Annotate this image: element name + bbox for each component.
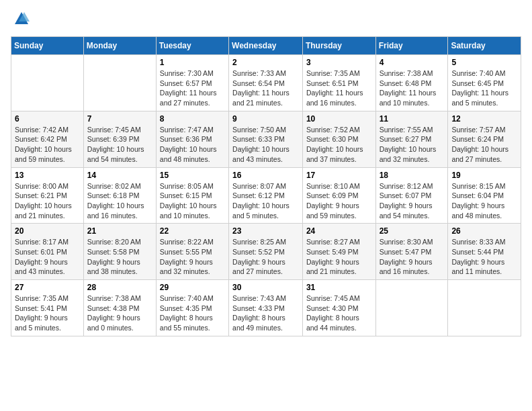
calendar-cell: 30Sunrise: 7:43 AM Sunset: 4:33 PM Dayli… xyxy=(229,280,303,336)
day-number: 21 xyxy=(87,226,152,236)
calendar-cell: 31Sunrise: 7:45 AM Sunset: 4:30 PM Dayli… xyxy=(302,280,375,336)
day-details: Sunrise: 8:10 AM Sunset: 6:09 PM Dayligh… xyxy=(306,181,372,221)
week-row-4: 20Sunrise: 8:17 AM Sunset: 6:01 PM Dayli… xyxy=(11,224,521,280)
calendar-body: 1Sunrise: 7:30 AM Sunset: 6:57 PM Daylig… xyxy=(11,55,521,336)
day-details: Sunrise: 7:42 AM Sunset: 6:42 PM Dayligh… xyxy=(15,125,80,165)
calendar-header: SundayMondayTuesdayWednesdayThursdayFrid… xyxy=(11,37,521,55)
calendar-cell: 18Sunrise: 8:12 AM Sunset: 6:07 PM Dayli… xyxy=(375,167,448,224)
calendar-cell xyxy=(375,280,448,336)
calendar-cell: 1Sunrise: 7:30 AM Sunset: 6:57 PM Daylig… xyxy=(156,55,228,111)
day-details: Sunrise: 7:55 AM Sunset: 6:27 PM Dayligh… xyxy=(380,125,445,165)
calendar-cell: 4Sunrise: 7:38 AM Sunset: 6:48 PM Daylig… xyxy=(375,55,448,111)
day-number: 17 xyxy=(306,171,372,180)
calendar-cell: 7Sunrise: 7:45 AM Sunset: 6:39 PM Daylig… xyxy=(83,111,156,167)
calendar-cell: 23Sunrise: 8:25 AM Sunset: 5:52 PM Dayli… xyxy=(229,224,303,280)
day-number: 29 xyxy=(160,283,225,292)
day-number: 28 xyxy=(87,283,152,292)
day-details: Sunrise: 7:57 AM Sunset: 6:24 PM Dayligh… xyxy=(451,125,517,165)
header-day-sunday: Sunday xyxy=(11,37,84,55)
logo-icon xyxy=(13,11,30,30)
day-details: Sunrise: 7:30 AM Sunset: 6:57 PM Dayligh… xyxy=(160,68,225,108)
calendar-cell: 28Sunrise: 7:38 AM Sunset: 4:38 PM Dayli… xyxy=(83,280,156,336)
day-details: Sunrise: 8:27 AM Sunset: 5:49 PM Dayligh… xyxy=(306,237,372,277)
day-details: Sunrise: 8:20 AM Sunset: 5:58 PM Dayligh… xyxy=(87,237,152,277)
calendar-cell xyxy=(448,280,521,336)
calendar-cell: 22Sunrise: 8:22 AM Sunset: 5:55 PM Dayli… xyxy=(156,224,228,280)
day-number: 4 xyxy=(380,58,445,67)
calendar-cell: 8Sunrise: 7:47 AM Sunset: 6:36 PM Daylig… xyxy=(156,111,228,167)
day-number: 12 xyxy=(451,114,517,124)
calendar-cell: 27Sunrise: 7:35 AM Sunset: 5:41 PM Dayli… xyxy=(11,280,84,336)
header-row: SundayMondayTuesdayWednesdayThursdayFrid… xyxy=(11,37,521,55)
day-details: Sunrise: 7:47 AM Sunset: 6:36 PM Dayligh… xyxy=(160,125,225,165)
day-number: 15 xyxy=(160,171,225,180)
day-number: 26 xyxy=(451,226,517,236)
calendar-cell: 19Sunrise: 8:15 AM Sunset: 6:04 PM Dayli… xyxy=(448,167,521,224)
week-row-5: 27Sunrise: 7:35 AM Sunset: 5:41 PM Dayli… xyxy=(11,280,521,336)
day-number: 3 xyxy=(306,58,372,67)
calendar-cell: 24Sunrise: 8:27 AM Sunset: 5:49 PM Dayli… xyxy=(302,224,375,280)
calendar-cell: 12Sunrise: 7:57 AM Sunset: 6:24 PM Dayli… xyxy=(448,111,521,167)
day-number: 18 xyxy=(380,171,445,180)
calendar-cell: 25Sunrise: 8:30 AM Sunset: 5:47 PM Dayli… xyxy=(375,224,448,280)
calendar-cell: 26Sunrise: 8:33 AM Sunset: 5:44 PM Dayli… xyxy=(448,224,521,280)
day-number: 30 xyxy=(232,283,299,292)
day-details: Sunrise: 7:40 AM Sunset: 4:35 PM Dayligh… xyxy=(160,293,225,333)
calendar-cell: 13Sunrise: 8:00 AM Sunset: 6:21 PM Dayli… xyxy=(11,167,84,224)
calendar-cell xyxy=(83,55,156,111)
week-row-1: 1Sunrise: 7:30 AM Sunset: 6:57 PM Daylig… xyxy=(11,55,521,111)
day-number: 31 xyxy=(306,283,372,292)
day-number: 9 xyxy=(232,114,299,124)
calendar-cell: 17Sunrise: 8:10 AM Sunset: 6:09 PM Dayli… xyxy=(302,167,375,224)
week-row-3: 13Sunrise: 8:00 AM Sunset: 6:21 PM Dayli… xyxy=(11,167,521,224)
day-details: Sunrise: 7:52 AM Sunset: 6:30 PM Dayligh… xyxy=(306,125,372,165)
day-details: Sunrise: 8:15 AM Sunset: 6:04 PM Dayligh… xyxy=(451,181,517,221)
day-details: Sunrise: 8:33 AM Sunset: 5:44 PM Dayligh… xyxy=(451,237,517,277)
calendar-cell: 29Sunrise: 7:40 AM Sunset: 4:35 PM Dayli… xyxy=(156,280,228,336)
calendar-cell: 14Sunrise: 8:02 AM Sunset: 6:18 PM Dayli… xyxy=(83,167,156,224)
day-details: Sunrise: 7:38 AM Sunset: 6:48 PM Dayligh… xyxy=(380,68,445,108)
calendar-cell: 6Sunrise: 7:42 AM Sunset: 6:42 PM Daylig… xyxy=(11,111,84,167)
calendar-cell: 20Sunrise: 8:17 AM Sunset: 6:01 PM Dayli… xyxy=(11,224,84,280)
header-day-monday: Monday xyxy=(83,37,156,55)
day-number: 27 xyxy=(15,283,80,292)
day-details: Sunrise: 7:40 AM Sunset: 6:45 PM Dayligh… xyxy=(451,68,517,108)
day-number: 1 xyxy=(160,58,225,67)
day-number: 22 xyxy=(160,226,225,236)
day-number: 16 xyxy=(232,171,299,180)
day-number: 8 xyxy=(160,114,225,124)
calendar-cell xyxy=(11,55,84,111)
header-day-wednesday: Wednesday xyxy=(229,37,303,55)
day-number: 20 xyxy=(15,226,80,236)
day-number: 19 xyxy=(451,171,517,180)
day-details: Sunrise: 7:45 AM Sunset: 4:30 PM Dayligh… xyxy=(306,293,372,333)
day-details: Sunrise: 7:33 AM Sunset: 6:54 PM Dayligh… xyxy=(232,68,299,108)
calendar-cell: 5Sunrise: 7:40 AM Sunset: 6:45 PM Daylig… xyxy=(448,55,521,111)
calendar-cell: 9Sunrise: 7:50 AM Sunset: 6:33 PM Daylig… xyxy=(229,111,303,167)
calendar-cell: 21Sunrise: 8:20 AM Sunset: 5:58 PM Dayli… xyxy=(83,224,156,280)
day-number: 13 xyxy=(15,171,80,180)
header-day-tuesday: Tuesday xyxy=(156,37,228,55)
day-details: Sunrise: 8:25 AM Sunset: 5:52 PM Dayligh… xyxy=(232,237,299,277)
calendar-cell: 10Sunrise: 7:52 AM Sunset: 6:30 PM Dayli… xyxy=(302,111,375,167)
day-details: Sunrise: 8:07 AM Sunset: 6:12 PM Dayligh… xyxy=(232,181,299,221)
header-day-friday: Friday xyxy=(375,37,448,55)
calendar-cell: 3Sunrise: 7:35 AM Sunset: 6:51 PM Daylig… xyxy=(302,55,375,111)
day-details: Sunrise: 7:35 AM Sunset: 6:51 PM Dayligh… xyxy=(306,68,372,108)
day-details: Sunrise: 7:50 AM Sunset: 6:33 PM Dayligh… xyxy=(232,125,299,165)
header-day-saturday: Saturday xyxy=(448,37,521,55)
day-number: 24 xyxy=(306,226,372,236)
day-number: 14 xyxy=(87,171,152,180)
calendar-table: SundayMondayTuesdayWednesdayThursdayFrid… xyxy=(11,36,521,336)
day-details: Sunrise: 7:35 AM Sunset: 5:41 PM Dayligh… xyxy=(15,293,80,333)
header-day-thursday: Thursday xyxy=(302,37,375,55)
day-number: 2 xyxy=(232,58,299,67)
day-details: Sunrise: 8:12 AM Sunset: 6:07 PM Dayligh… xyxy=(380,181,445,221)
day-number: 23 xyxy=(232,226,299,236)
week-row-2: 6Sunrise: 7:42 AM Sunset: 6:42 PM Daylig… xyxy=(11,111,521,167)
calendar-cell: 16Sunrise: 8:07 AM Sunset: 6:12 PM Dayli… xyxy=(229,167,303,224)
day-number: 25 xyxy=(380,226,445,236)
page-header xyxy=(11,11,521,30)
day-number: 11 xyxy=(380,114,445,124)
calendar-cell: 2Sunrise: 7:33 AM Sunset: 6:54 PM Daylig… xyxy=(229,55,303,111)
